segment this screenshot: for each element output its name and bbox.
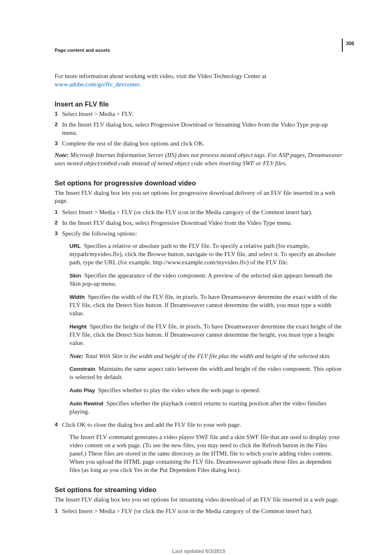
step-number: 1 (55, 110, 58, 118)
note-text: Microsoft Internet Information Server (I… (55, 152, 343, 166)
note-label: Note: (55, 152, 69, 158)
devcenter-link[interactable]: www.adobe.com/go/flv_devcenter (55, 81, 139, 88)
section1-note: Note: Microsoft Internet Information Ser… (55, 151, 343, 168)
option-term: URL (69, 243, 81, 249)
list-item: 4Click OK to close the dialog box and ad… (55, 421, 343, 474)
list-item: 1Select Insert > Media > FLV (or click t… (55, 507, 343, 516)
option-term: Auto Play (69, 387, 95, 393)
step-text: Select Insert > Media > FLV (or click th… (62, 209, 312, 215)
option-text: Specifies a relative or absolute path to… (69, 243, 336, 266)
list-item: 2In the Insert FLV dialog box, select Pr… (55, 219, 343, 227)
intro-text: For more information about working with … (55, 73, 266, 79)
option-note: Note: Total With Skin is the width and h… (69, 352, 343, 361)
step-number: 3 (55, 230, 58, 237)
option-autorewind: Auto Rewind Specifies whether the playba… (69, 400, 343, 416)
option-text: Specifies whether the playback control r… (69, 400, 327, 415)
options-block: URL Specifies a relative or absolute pat… (62, 242, 343, 416)
step-number: 4 (55, 421, 58, 428)
option-text: Specifies the height of the FLV file, in… (69, 323, 342, 346)
heading-streaming: Set options for streaming video (55, 486, 343, 494)
list-item: 1Select Insert > Media > FLV (or click t… (55, 208, 343, 217)
option-height: Height Specifies the height of the FLV f… (69, 323, 343, 347)
step4-detail: The Insert FLV command generates a video… (69, 433, 343, 474)
heading-insert-flv: Insert an FLV file (55, 100, 343, 108)
step-text: Select Insert > Media > FLV (or click th… (62, 508, 312, 514)
option-text: Specifies the width of the FLV file, in … (69, 294, 337, 317)
step-number: 1 (55, 208, 58, 216)
step-number: 2 (55, 219, 58, 227)
page-footer: Last updated 6/3/2015 (55, 548, 343, 554)
section1-steps: 1Select Insert > Media > FLV. 2In the In… (55, 110, 343, 148)
step-text: In the Insert FLV dialog box, select Pro… (62, 121, 328, 136)
step-text: Complete the rest of the dialog box opti… (62, 140, 205, 147)
step-number: 3 (55, 140, 58, 147)
section3-steps: 1Select Insert > Media > FLV (or click t… (55, 507, 343, 516)
list-item: 3Complete the rest of the dialog box opt… (55, 140, 343, 148)
step-text: Specify the following options: (62, 230, 137, 237)
page-number-container: 306 (342, 39, 354, 52)
section2-steps: 1Select Insert > Media > FLV (or click t… (55, 208, 343, 474)
option-text: Specifies whether to play the video when… (98, 387, 261, 393)
heading-progressive: Set options for progressive download vid… (55, 179, 343, 187)
note-label: Note: (69, 353, 83, 359)
option-autoplay: Auto Play Specifies whether to play the … (69, 386, 343, 395)
running-head: Page content and assets (55, 48, 343, 53)
list-item: 2In the Insert FLV dialog box, select Pr… (55, 121, 343, 137)
step-text: In the Insert FLV dialog box, select Pro… (62, 220, 292, 226)
option-term: Constrain (69, 366, 95, 372)
option-term: Width (69, 294, 85, 300)
page-body: 306 Page content and assets For more inf… (0, 0, 392, 555)
option-width: Width Specifies the width of the FLV fil… (69, 293, 343, 318)
option-term: Auto Rewind (69, 400, 104, 407)
section2-lead: The Insert FLV dialog box lets you set o… (55, 189, 343, 206)
option-term: Height (69, 324, 87, 330)
step-number: 2 (55, 121, 58, 128)
intro-suffix: . (139, 81, 141, 88)
list-item: 1Select Insert > Media > FLV. (55, 110, 343, 118)
option-skin: Skin Specifies the appearance of the vid… (69, 272, 343, 288)
intro-paragraph: For more information about working with … (55, 72, 343, 89)
option-url: URL Specifies a relative or absolute pat… (69, 242, 343, 267)
option-constrain: Constrain Maintains the same aspect rati… (69, 365, 343, 382)
option-term: Skin (69, 273, 81, 279)
step4-detail-block: The Insert FLV command generates a video… (62, 433, 343, 474)
step-text: Select Insert > Media > FLV. (62, 111, 134, 117)
option-text: Specifies the appearance of the video co… (69, 272, 332, 287)
list-item: 3Specify the following options: URL Spec… (55, 230, 343, 416)
step-number: 1 (55, 507, 58, 515)
section3-lead: The Insert FLV dialog box lets you set o… (55, 496, 343, 504)
page-number: 306 (346, 41, 354, 46)
step-text: Click OK to close the dialog box and add… (62, 421, 241, 428)
option-text: Maintains the same aspect ratio between … (69, 365, 341, 380)
note-text: Total With Skin is the width and height … (83, 353, 331, 359)
